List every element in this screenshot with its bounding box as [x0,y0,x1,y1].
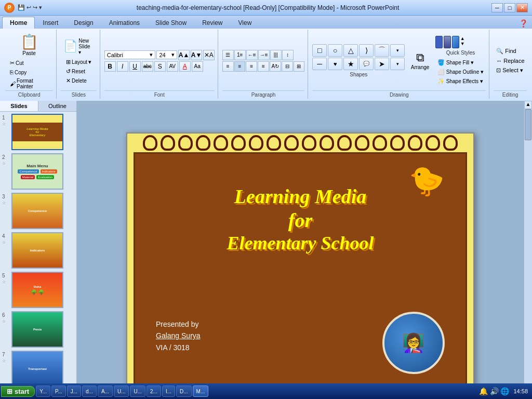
taskbar-item-d2[interactable]: D... [176,385,192,397]
shape-more-button[interactable]: ▾ [390,44,405,57]
format-painter-button[interactable]: 🖌 Format Painter [7,77,53,90]
spiral-binding [127,134,473,152]
find-button[interactable]: 🔍 Find [494,47,527,56]
minimize-button[interactable]: ─ [491,3,503,12]
increase-font-button[interactable]: A▲ [178,50,190,60]
shadow-button[interactable]: S [154,61,166,72]
change-case-button[interactable]: Aa [192,61,203,72]
window-controls[interactable]: ─ □ ✕ [491,3,528,12]
bold-button[interactable]: B [104,61,116,72]
tab-view[interactable]: View [231,17,260,29]
shape-block-arrow-button[interactable]: ➤ [375,58,389,70]
bullets-button[interactable]: ☰ [222,50,234,60]
cut-button[interactable]: ✂ Cut [7,59,53,68]
taskbar-item-p[interactable]: P... [51,385,66,397]
taskbar-item-u2[interactable]: U... [130,385,145,397]
slide-canvas[interactable]: Learning Media for Elementary School 🐤 P… [126,132,474,393]
tab-slideshow[interactable]: Slide Show [148,17,194,29]
align-left-button[interactable]: ≡ [222,61,234,72]
tab-review[interactable]: Review [194,17,230,29]
vertical-scrollbar[interactable]: ▲ ▼ [524,101,532,399]
justify-button[interactable]: ≡ [258,61,269,72]
select-button[interactable]: ⊡ Select ▾ [494,66,527,75]
tab-home[interactable]: Home [2,17,35,29]
align-text-button[interactable]: ⊟ [282,61,293,72]
shape-triangle-button[interactable]: △ [343,44,358,57]
shape-callout-button[interactable]: 💬 [359,58,374,70]
shape-arrow-button[interactable]: ⟩ [359,44,374,57]
shape-star-button[interactable]: ★ [343,58,358,70]
taskbar-item-2[interactable]: 2... [147,385,161,397]
slides-label: Slides [61,90,96,98]
slides-tab[interactable]: Slides [0,101,38,111]
font-name-dropdown[interactable]: Calibri▾ [104,50,156,59]
slide-item-7[interactable]: 7☆ Transportasi [2,351,74,387]
smartart-button[interactable]: ⊞ [294,61,305,72]
scroll-track [524,109,532,399]
shape-effects-button[interactable]: ✨ Shape Effects ▾ [435,77,486,86]
slide-thumb-7: Transportasi [11,351,63,387]
replace-icon: ↔ [496,58,502,64]
align-right-button[interactable]: ≡ [246,61,257,72]
slide-thumb-2: Main Menu Competence Indicators Material… [11,153,63,190]
columns-button[interactable]: ||| [270,50,282,60]
tab-animations[interactable]: Animations [101,17,148,29]
slide-item-2[interactable]: 2☆ Main Menu Competence Indicators Mater… [2,153,74,190]
scroll-up-button[interactable]: ▲ [524,101,532,109]
clear-format-button[interactable]: ✕A [203,50,215,60]
shapes-all-button[interactable]: ▾ [390,58,405,70]
ribbon-content: 📋 Paste ✂ Cut ⎘ Copy 🖌 Format Painter Cl… [0,29,532,101]
underline-button[interactable]: U [129,61,141,72]
paste-button[interactable]: 📋 Paste [17,31,42,59]
delete-button[interactable]: ✕ Delete [63,76,94,85]
shape-oval-button[interactable]: ○ [328,44,342,57]
maximize-button[interactable]: □ [504,3,515,12]
decrease-indent-button[interactable]: ←≡ [246,50,258,60]
copy-button[interactable]: ⎘ Copy [7,68,53,76]
tab-insert[interactable]: Insert [35,17,66,29]
taskbar-item-u1[interactable]: U... [114,385,129,397]
taskbar-item-a[interactable]: A... [98,385,113,397]
taskbar-item-i[interactable]: I... [162,385,175,397]
slide-item-1[interactable]: 1☆ Learning MediaforElementary [2,114,74,150]
decrease-font-button[interactable]: A▼ [191,50,202,60]
shapes-label: Shapes [312,72,405,77]
arrange-button[interactable]: ⧉ Arrange [408,49,432,72]
outline-tab[interactable]: Outline [38,101,76,111]
font-color-button[interactable]: A [179,61,191,72]
slide-thumb-6: Pesta [11,311,63,348]
shape-fill-button[interactable]: 🪣 Shape Fill ▾ [435,58,486,67]
slide-item-3[interactable]: 3☆ Competence [2,193,74,229]
slide-item-4[interactable]: 4☆ Indicators [2,232,74,269]
scroll-thumb[interactable] [525,109,531,140]
shape-outline-button[interactable]: ⬜ Shape Outline ▾ [435,68,486,76]
tab-design[interactable]: Design [66,17,101,29]
start-button[interactable]: ⊞ start [1,386,35,397]
help-button[interactable]: ❓ [517,18,530,29]
quick-styles-label: Quick Styles [435,50,486,56]
taskbar-item-y[interactable]: Y... [36,385,50,397]
char-spacing-button[interactable]: AV [167,61,178,72]
shape-line-button[interactable]: ─ [312,58,327,70]
slide-item-6[interactable]: 6☆ Pesta [2,311,74,348]
layout-button[interactable]: ⊞ Layout ▾ [63,58,94,66]
shape-heart-button[interactable]: ♥ [328,58,342,70]
taskbar-item-m[interactable]: M... [193,385,209,397]
italic-button[interactable]: I [117,61,128,72]
shape-curve-button[interactable]: ⌒ [375,44,389,57]
taskbar-item-j[interactable]: J... [67,385,81,397]
new-slide-button[interactable]: 📄 NewSlide ▾ [61,36,96,57]
slide-item-5[interactable]: 5☆ Raha 🌳 🌳 [2,272,74,308]
shape-rect-button[interactable]: □ [312,44,327,57]
text-direction-button[interactable]: A↻ [270,61,281,72]
font-size-dropdown[interactable]: 24▾ [156,50,177,59]
line-spacing-button[interactable]: ↕ [282,50,294,60]
strikethrough-button[interactable]: abc [142,61,153,72]
replace-button[interactable]: ↔ Replace [494,57,527,65]
numbering-button[interactable]: 1≡ [234,50,246,60]
increase-indent-button[interactable]: →≡ [258,50,270,60]
align-center-button[interactable]: ≡ [234,61,246,72]
taskbar-item-d[interactable]: d... [82,385,97,397]
reset-button[interactable]: ↺ Reset [63,67,94,76]
close-button[interactable]: ✕ [516,3,528,12]
